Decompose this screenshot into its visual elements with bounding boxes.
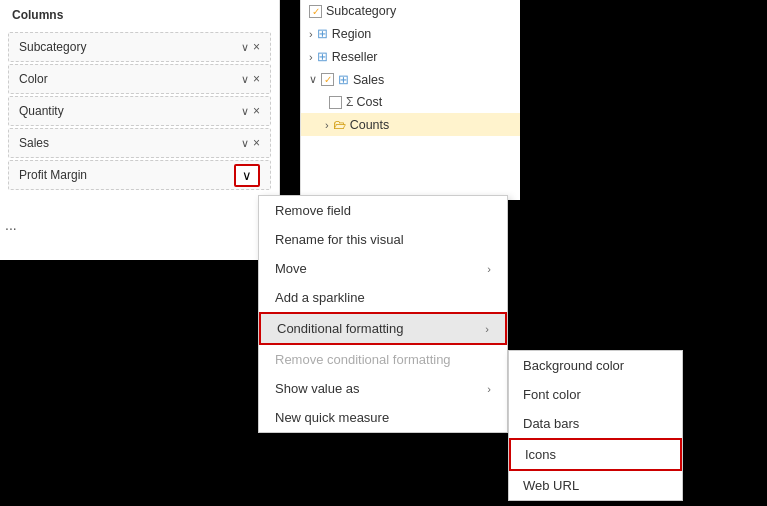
table-icon-reseller: ⊞ — [317, 49, 328, 64]
arrow-right-icon-show-value: › — [487, 383, 491, 395]
table-icon-region: ⊞ — [317, 26, 328, 41]
tree-label-sales: Sales — [353, 73, 384, 87]
field-label-quantity: Quantity — [19, 104, 64, 118]
expand-icon-counts: › — [325, 119, 329, 131]
arrow-right-icon-move: › — [487, 263, 491, 275]
submenu-label-data-bars: Data bars — [523, 416, 579, 431]
menu-label-sparkline: Add a sparkline — [275, 290, 365, 305]
menu-label-remove-field: Remove field — [275, 203, 351, 218]
checked-icon-sales: ✓ — [321, 73, 334, 86]
tree-item-subcategory[interactable]: Subcategory — [301, 0, 520, 22]
menu-item-conditional-formatting[interactable]: Conditional formatting › — [259, 312, 507, 345]
profit-margin-dropdown-button[interactable]: ∨ — [234, 164, 260, 187]
tree-item-reseller[interactable]: › ⊞ Reseller — [301, 45, 520, 68]
tree-label-region: Region — [332, 27, 372, 41]
tree-label-subcategory: Subcategory — [326, 4, 396, 18]
menu-label-quick-measure: New quick measure — [275, 410, 389, 425]
menu-item-remove-field[interactable]: Remove field — [259, 196, 507, 225]
context-menu: Remove field Rename for this visual Move… — [258, 195, 508, 433]
field-quantity: Quantity ∨ × — [8, 96, 271, 126]
field-icons-sales: ∨ × — [241, 136, 260, 150]
menu-label-rename: Rename for this visual — [275, 232, 404, 247]
field-subcategory: Subcategory ∨ × — [8, 32, 271, 62]
chevron-down-icon-profit-margin: ∨ — [242, 168, 252, 183]
menu-label-remove-conditional: Remove conditional formatting — [275, 352, 451, 367]
field-icons-quantity: ∨ × — [241, 104, 260, 118]
field-sales: Sales ∨ × — [8, 128, 271, 158]
submenu-label-font-color: Font color — [523, 387, 581, 402]
field-color: Color ∨ × — [8, 64, 271, 94]
submenu-item-icons[interactable]: Icons — [509, 438, 682, 471]
submenu-label-web-url: Web URL — [523, 478, 579, 493]
field-label-subcategory: Subcategory — [19, 40, 86, 54]
submenu-item-data-bars[interactable]: Data bars — [509, 409, 682, 438]
field-label-sales: Sales — [19, 136, 49, 150]
checkbox-subcategory — [309, 5, 322, 18]
close-icon-quantity[interactable]: × — [253, 104, 260, 118]
tree-label-reseller: Reseller — [332, 50, 378, 64]
menu-label-show-value: Show value as — [275, 381, 360, 396]
tree-item-sales[interactable]: ∨ ✓ ⊞ Sales — [301, 68, 520, 91]
menu-item-sparkline[interactable]: Add a sparkline — [259, 283, 507, 312]
menu-item-rename[interactable]: Rename for this visual — [259, 225, 507, 254]
arrow-right-icon-conditional: › — [485, 323, 489, 335]
field-label-color: Color — [19, 72, 48, 86]
tree-label-counts: Counts — [350, 118, 390, 132]
field-icons-color: ∨ × — [241, 72, 260, 86]
submenu-conditional-formatting: Background color Font color Data bars Ic… — [508, 350, 683, 501]
close-icon-color[interactable]: × — [253, 72, 260, 86]
main-area: Columns Subcategory ∨ × Color ∨ × Quanti… — [0, 0, 767, 506]
checkbox-cost — [329, 96, 342, 109]
field-label-profit-margin: Profit Margin — [19, 168, 87, 182]
menu-item-quick-measure[interactable]: New quick measure — [259, 403, 507, 432]
menu-item-show-value[interactable]: Show value as › — [259, 374, 507, 403]
expand-icon-sales: ∨ — [309, 73, 317, 86]
submenu-item-font-color[interactable]: Font color — [509, 380, 682, 409]
field-icons-subcategory: ∨ × — [241, 40, 260, 54]
chevron-down-icon-quantity[interactable]: ∨ — [241, 105, 249, 118]
expand-icon-region: › — [309, 28, 313, 40]
left-panel: Columns Subcategory ∨ × Color ∨ × Quanti… — [0, 0, 280, 260]
columns-header: Columns — [0, 0, 279, 30]
tree-item-region[interactable]: › ⊞ Region — [301, 22, 520, 45]
field-profit-margin: Profit Margin ∨ — [8, 160, 271, 190]
submenu-item-web-url[interactable]: Web URL — [509, 471, 682, 500]
table-icon-sales: ⊞ — [338, 72, 349, 87]
chevron-down-icon-subcategory[interactable]: ∨ — [241, 41, 249, 54]
menu-label-conditional-formatting: Conditional formatting — [277, 321, 403, 336]
ellipsis-button[interactable]: ··· — [5, 220, 17, 236]
submenu-label-bg-color: Background color — [523, 358, 624, 373]
sigma-icon-cost: Σ — [346, 95, 353, 109]
menu-item-move[interactable]: Move › — [259, 254, 507, 283]
submenu-item-bg-color[interactable]: Background color — [509, 351, 682, 380]
expand-icon-reseller: › — [309, 51, 313, 63]
chevron-down-icon-color[interactable]: ∨ — [241, 73, 249, 86]
tree-item-cost[interactable]: Σ Cost — [301, 91, 520, 113]
tree-item-counts[interactable]: › 🗁 Counts — [301, 113, 520, 136]
menu-label-move: Move — [275, 261, 307, 276]
submenu-label-icons: Icons — [525, 447, 556, 462]
folder-icon-counts: 🗁 — [333, 117, 346, 132]
close-icon-sales[interactable]: × — [253, 136, 260, 150]
close-icon-subcategory[interactable]: × — [253, 40, 260, 54]
right-field-panel: Subcategory › ⊞ Region › ⊞ Reseller ∨ ✓ … — [300, 0, 520, 200]
menu-item-remove-conditional: Remove conditional formatting — [259, 345, 507, 374]
tree-label-cost: Cost — [356, 95, 382, 109]
chevron-down-icon-sales[interactable]: ∨ — [241, 137, 249, 150]
